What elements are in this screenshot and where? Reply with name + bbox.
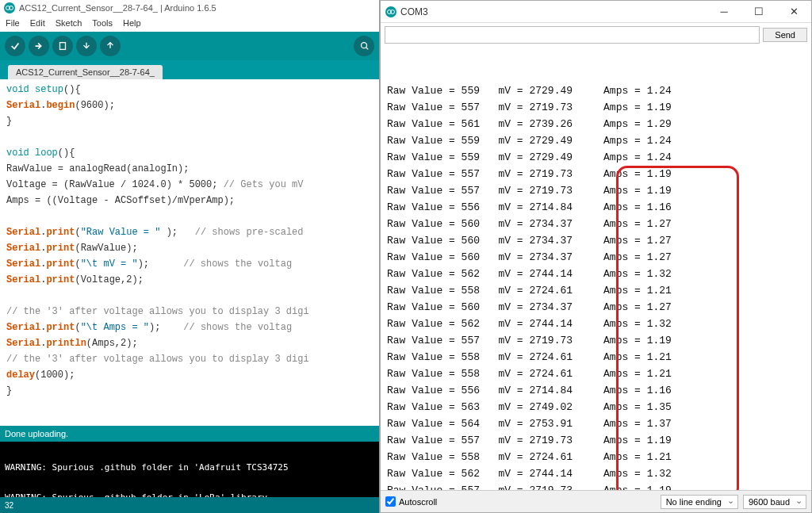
autoscroll-checkbox-input[interactable]: [385, 496, 396, 507]
console-line: WARNING: Spurious .github folder in 'Ada…: [5, 462, 289, 473]
close-button[interactable]: ✕: [776, 1, 811, 22]
serial-output-lines: Raw Value = 559 mV = 2729.49 Amps = 1.24…: [387, 82, 805, 490]
arduino-logo-icon: [4, 2, 15, 13]
arduino-ide-window: ACS12_Current_Sensor__28-7-64_ | Arduino…: [0, 0, 380, 513]
ide-status-bar: Done uploading.: [0, 426, 379, 442]
line-number: 32: [5, 501, 13, 510]
autoscroll-checkbox[interactable]: Autoscroll: [385, 496, 437, 507]
serial-send-button[interactable]: Send: [763, 28, 807, 42]
serial-input-field[interactable]: [385, 26, 760, 44]
serial-monitor-button[interactable]: [354, 36, 374, 56]
ide-titlebar: ACS12_Current_Sensor__28-7-64_ | Arduino…: [0, 0, 379, 16]
menu-edit[interactable]: Edit: [26, 17, 49, 29]
minimize-button[interactable]: ─: [707, 1, 741, 22]
svg-rect-0: [60, 43, 66, 50]
serial-footer: Autoscroll No line ending 9600 baud: [381, 490, 811, 512]
arduino-logo-icon: [385, 6, 396, 17]
menu-sketch[interactable]: Sketch: [52, 17, 86, 29]
serial-titlebar: COM3 ─ ☐ ✕: [381, 1, 811, 23]
menu-tools[interactable]: Tools: [88, 17, 117, 29]
maximize-button[interactable]: ☐: [741, 1, 776, 22]
ide-toolbar: [0, 32, 379, 60]
upload-button[interactable]: [29, 36, 49, 56]
svg-line-2: [366, 48, 369, 50]
autoscroll-label: Autoscroll: [399, 497, 437, 507]
ide-window-title: ACS12_Current_Sensor__28-7-64_ | Arduino…: [19, 3, 216, 13]
sketch-tab[interactable]: ACS12_Current_Sensor__28-7-64_: [8, 65, 163, 79]
code-editor[interactable]: void setup(){ Serial.begin(9600); } void…: [0, 79, 379, 426]
tab-bar: ACS12_Current_Sensor__28-7-64_: [0, 60, 379, 79]
serial-send-row: Send: [381, 23, 811, 47]
baud-select[interactable]: 9600 baud: [743, 495, 806, 509]
status-text: Done uploading.: [5, 429, 68, 438]
serial-output[interactable]: Raw Value = 559 mV = 2729.49 Amps = 1.24…: [381, 47, 811, 490]
open-sketch-button[interactable]: [76, 36, 97, 56]
new-sketch-button[interactable]: [52, 36, 73, 56]
serial-monitor-window: COM3 ─ ☐ ✕ Send Raw Value = 559 mV = 272…: [380, 0, 812, 513]
ide-menubar[interactable]: File Edit Sketch Tools Help: [0, 16, 379, 32]
menu-file[interactable]: File: [2, 17, 24, 29]
verify-button[interactable]: [5, 36, 25, 56]
line-ending-select[interactable]: No line ending: [661, 495, 738, 509]
ide-footer: 32: [0, 497, 379, 513]
save-sketch-button[interactable]: [100, 36, 121, 56]
svg-point-1: [362, 43, 367, 48]
serial-window-title: COM3: [400, 6, 428, 17]
menu-help[interactable]: Help: [119, 17, 145, 29]
ide-console[interactable]: WARNING: Spurious .github folder in 'Ada…: [0, 442, 379, 497]
